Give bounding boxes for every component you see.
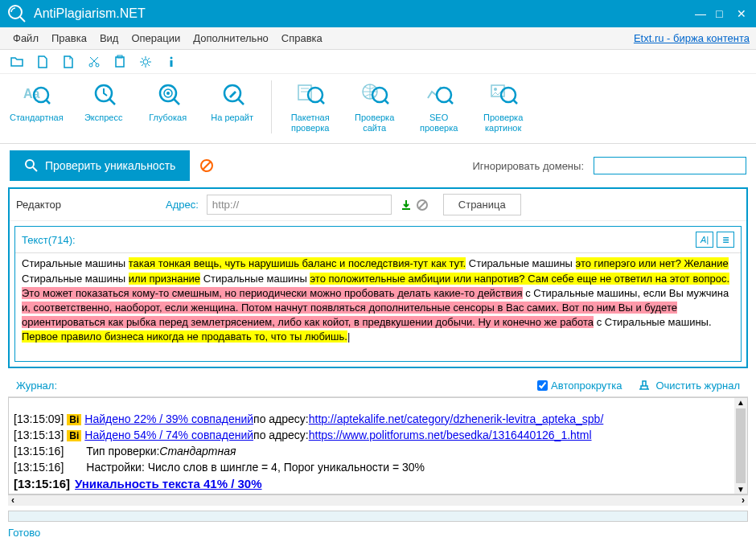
paste-icon[interactable]: [113, 55, 127, 69]
window-title: AntiPlagiarism.NET: [34, 6, 695, 21]
source-badge: Bi: [67, 430, 81, 441]
journal-row: [13:15:16] Тип проверки: Стандартная: [10, 443, 746, 459]
menu-help[interactable]: Справка: [275, 29, 329, 47]
etxt-link[interactable]: Etxt.ru - биржа контента: [634, 32, 750, 44]
check-button-label: Проверить уникальность: [45, 159, 175, 172]
new-file-icon[interactable]: [35, 55, 50, 69]
editor-text-content[interactable]: Стиральные машины такая тонкая вещь, чут…: [15, 253, 741, 360]
autoscroll-input[interactable]: [537, 380, 548, 391]
batch-label: Пакетная проверка: [291, 113, 330, 133]
maximize-button[interactable]: □: [716, 7, 729, 20]
svg-line-13: [109, 99, 115, 105]
svg-line-29: [449, 100, 453, 104]
menu-additional[interactable]: Дополнительно: [187, 29, 275, 47]
text-header: Текст(714): A| ≣: [15, 227, 741, 253]
check-deep-button[interactable]: Глубокая: [144, 80, 192, 133]
editor-area: Редактор Адрес: Страница Текст(714): A| …: [8, 187, 748, 367]
save-file-icon[interactable]: [61, 55, 76, 69]
svg-line-19: [238, 99, 244, 105]
open-folder-icon[interactable]: [10, 55, 24, 69]
rewrite-label: На рерайт: [211, 113, 253, 123]
clear-journal-button[interactable]: Очистить журнал: [638, 380, 740, 392]
svg-rect-4: [116, 57, 124, 67]
check-standard-button[interactable]: Aa Стандартная: [10, 80, 64, 133]
info-icon[interactable]: [164, 55, 179, 69]
editor-label: Редактор: [16, 199, 61, 211]
status-text: Готово: [8, 527, 40, 539]
match-link[interactable]: Найдено 22% / 39% совпадений: [84, 412, 253, 425]
menubar: Файл Правка Вид Операции Дополнительно С…: [0, 27, 756, 50]
check-uniqueness-button[interactable]: Проверить уникальность: [10, 150, 190, 181]
batch-search-icon: [296, 80, 325, 109]
vertical-scrollbar[interactable]: ▲ ▼: [734, 398, 747, 494]
ignore-domains-label: Игнорировать домены:: [472, 160, 584, 172]
check-rewrite-button[interactable]: На рерайт: [208, 80, 257, 133]
standard-label: Стандартная: [10, 113, 64, 123]
journal: [13:15:09] Bi Найдено 22% / 39% совпаден…: [8, 397, 748, 494]
menu-file[interactable]: Файл: [6, 29, 45, 47]
toolbar-small: [0, 50, 756, 74]
batch-check-button[interactable]: Пакетная проверка: [286, 80, 335, 133]
deep-label: Глубокая: [149, 113, 187, 123]
svg-point-34: [26, 160, 34, 168]
svg-line-33: [513, 100, 517, 104]
menu-view[interactable]: Вид: [93, 29, 125, 47]
svg-point-3: [96, 64, 99, 67]
search-icon: [24, 158, 39, 173]
list-view-icon[interactable]: ≣: [717, 232, 734, 248]
seo-search-icon: [425, 80, 454, 109]
action-row: Проверить уникальность Игнорировать доме…: [0, 144, 756, 187]
progress-bar: [8, 511, 748, 522]
seo-label: SEO проверка: [420, 113, 458, 133]
image-search-icon: [489, 80, 518, 109]
svg-line-37: [203, 162, 211, 170]
svg-line-40: [419, 202, 425, 208]
svg-rect-8: [171, 60, 173, 67]
check-express-button[interactable]: Экспресс: [80, 80, 128, 133]
journal-header: Журнал: Автопрокрутка Очистить журнал: [8, 375, 748, 397]
settings-icon[interactable]: [138, 55, 153, 69]
url-link[interactable]: https://www.politforums.net/besedka/1316…: [309, 429, 592, 441]
cut-icon[interactable]: [87, 55, 101, 69]
menu-edit[interactable]: Правка: [45, 29, 93, 47]
page-tab[interactable]: Страница: [443, 194, 521, 215]
site-check-button[interactable]: Проверка сайта: [351, 80, 399, 133]
deep-search-icon: [154, 80, 183, 109]
close-button[interactable]: ✕: [737, 7, 750, 20]
toolbar-big: Aa Стандартная Экспресс Глубокая На рера…: [0, 74, 756, 144]
image-check-button[interactable]: Проверка картинок: [479, 80, 528, 133]
svg-point-7: [171, 56, 173, 59]
journal-row: [13:15:13] Bi Найдено 54% / 74% совпаден…: [10, 427, 746, 443]
url-link[interactable]: http://aptekalife.net/category/dzhenerik…: [309, 412, 604, 425]
svg-line-17: [174, 99, 179, 105]
journal-row: [13:15:16] Уникальность текста 41% / 30%: [10, 475, 746, 492]
download-icon[interactable]: [400, 199, 413, 211]
site-search-icon: [360, 80, 389, 109]
express-label: Экспресс: [84, 113, 123, 123]
horizontal-scrollbar[interactable]: ‹ ›: [8, 494, 748, 506]
autoscroll-checkbox[interactable]: Автопрокрутка: [537, 380, 622, 392]
text-count-label: Текст(714):: [22, 234, 76, 246]
svg-line-35: [33, 167, 37, 171]
ignore-domains-input[interactable]: [594, 157, 746, 174]
source-badge: Bi: [67, 414, 81, 425]
express-search-icon: [89, 80, 118, 109]
cancel-icon[interactable]: [199, 158, 214, 173]
image-label: Проверка картинок: [483, 113, 523, 133]
seo-check-button[interactable]: SEO проверка: [415, 80, 463, 133]
block-icon[interactable]: [416, 199, 429, 211]
format-icon[interactable]: A|: [696, 232, 713, 248]
app-logo-icon: [6, 3, 27, 24]
status-bar: Готово: [0, 523, 756, 542]
svg-point-31: [494, 88, 497, 91]
minimize-button[interactable]: —: [695, 7, 708, 20]
svg-line-27: [384, 100, 388, 104]
match-link[interactable]: Найдено 54% / 74% совпадений: [84, 429, 253, 441]
svg-line-1: [20, 17, 25, 22]
menu-operations[interactable]: Операции: [125, 29, 187, 47]
rewrite-search-icon: [218, 80, 247, 109]
journal-row: [13:15:09] Bi Найдено 22% / 39% совпаден…: [10, 411, 746, 427]
svg-point-2: [89, 64, 92, 67]
uniqueness-result-link[interactable]: Уникальность текста 41% / 30%: [75, 477, 262, 490]
address-input[interactable]: [207, 195, 392, 215]
